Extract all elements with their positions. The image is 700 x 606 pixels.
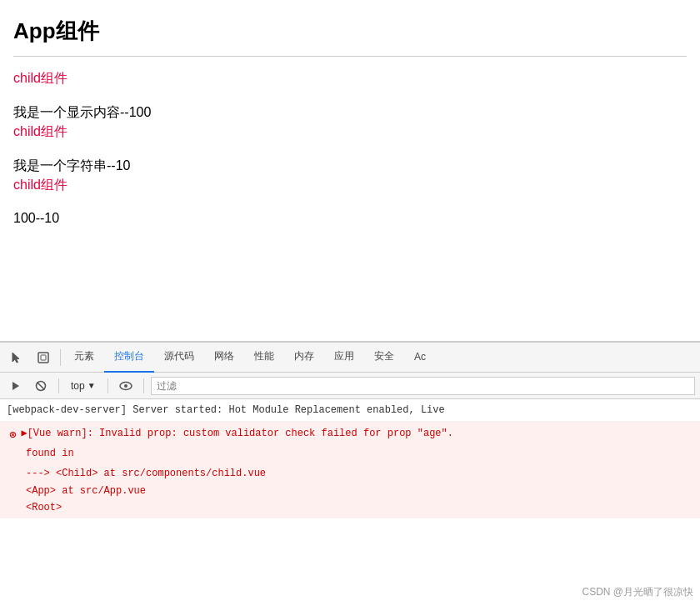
console-info-line: [webpack-dev-server] Server started: Hot… <box>0 399 700 422</box>
inspect-icon <box>37 351 50 364</box>
content-block-1: child组件 <box>13 70 687 88</box>
page-title: App组件 <box>13 17 687 57</box>
svg-rect-1 <box>41 355 46 360</box>
tab-divider-1 <box>60 349 61 366</box>
tab-application[interactable]: 应用 <box>324 343 364 373</box>
result-text: 100--10 <box>13 211 687 226</box>
dropdown-arrow-icon: ▼ <box>88 381 96 390</box>
content-text-2: 我是一个显示内容--100 <box>13 104 687 122</box>
console-divider-3 <box>143 378 144 393</box>
content-block-2: 我是一个显示内容--100 child组件 <box>13 104 687 141</box>
error-message: ▶[Vue warn]: Invalid prop: custom valida… <box>21 427 693 439</box>
svg-rect-0 <box>38 353 48 363</box>
child-label-1: child组件 <box>13 70 687 88</box>
tab-console[interactable]: 控制台 <box>104 343 154 373</box>
tab-ac[interactable]: Ac <box>404 343 436 373</box>
play-icon <box>10 380 22 392</box>
main-content: App组件 child组件 我是一个显示内容--100 child组件 我是一个… <box>0 0 700 342</box>
tab-security[interactable]: 安全 <box>364 343 404 373</box>
console-divider-2 <box>108 378 108 393</box>
devtools-tabs-bar: 元素 控制台 源代码 网络 性能 内存 应用 安全 Ac <box>0 343 700 373</box>
content-text-3: 我是一个字符串--10 <box>13 158 687 175</box>
svg-line-4 <box>38 382 45 389</box>
top-context-selector[interactable]: top ▼ <box>66 378 101 393</box>
cursor-button[interactable] <box>4 345 29 370</box>
console-toolbar: top ▼ <box>0 373 700 399</box>
tab-elements[interactable]: 元素 <box>64 343 104 373</box>
error-child-location: ---> <Child> at src/components/child.vue <box>26 465 693 482</box>
console-error-header: ⊗ ▶[Vue warn]: Invalid prop: custom vali… <box>2 422 700 443</box>
console-error-detail: found in ---> <Child> at src/components/… <box>2 443 700 518</box>
console-error-block: ⊗ ▶[Vue warn]: Invalid prop: custom vali… <box>0 422 700 518</box>
filter-input[interactable] <box>151 377 695 395</box>
content-block-3: 我是一个字符串--10 child组件 <box>13 158 687 194</box>
child-label-2: child组件 <box>13 123 687 141</box>
console-output: [webpack-dev-server] Server started: Hot… <box>0 399 700 606</box>
inspect-button[interactable] <box>31 345 56 370</box>
block-icon <box>35 380 47 392</box>
tab-performance[interactable]: 性能 <box>244 343 284 373</box>
tab-sources[interactable]: 源代码 <box>154 343 204 373</box>
error-icon: ⊗ <box>9 428 16 442</box>
devtools-panel: 元素 控制台 源代码 网络 性能 内存 应用 安全 Ac <box>0 342 700 606</box>
watermark: CSDN @月光晒了很凉快 <box>582 585 693 599</box>
cursor-icon <box>10 351 23 364</box>
console-eye-button[interactable] <box>115 375 137 397</box>
console-block-button[interactable] <box>30 375 52 397</box>
svg-marker-2 <box>12 382 19 390</box>
tab-network[interactable]: 网络 <box>204 343 244 373</box>
tab-memory[interactable]: 内存 <box>284 343 324 373</box>
eye-icon <box>119 380 132 392</box>
error-root-location: <Root> <box>26 499 693 516</box>
console-play-button[interactable] <box>5 375 27 397</box>
error-found-in: found in <box>26 445 693 462</box>
child-label-3: child组件 <box>13 177 687 194</box>
console-divider-1 <box>58 378 59 393</box>
error-app-location: <App> at src/App.vue <box>26 483 693 499</box>
svg-point-6 <box>124 384 128 388</box>
